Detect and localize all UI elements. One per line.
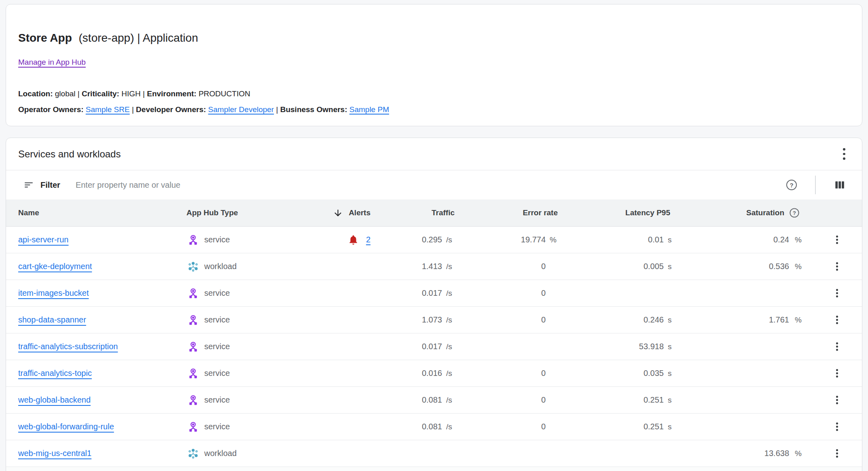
name-cell: shop-data-spanner	[18, 315, 186, 325]
developer-owner-link[interactable]: Sampler Developer	[208, 105, 274, 114]
error-rate-cell: 0	[459, 395, 563, 405]
latency-value: 0.251	[563, 395, 664, 405]
app-meta-line-1: Location: global | Criticality: HIGH | E…	[18, 88, 850, 100]
latency-cell: 0.251 s	[563, 395, 675, 405]
traffic-unit: /s	[442, 289, 459, 298]
column-header-app-hub-type[interactable]: App Hub Type	[186, 208, 308, 217]
table-row: web-global-backend service 0.081 /s 0 0.…	[6, 387, 862, 414]
error-rate-value: 0	[459, 369, 546, 378]
filter-help-button[interactable]: ?	[786, 179, 797, 191]
app-hub-type-cell: service	[186, 341, 308, 352]
name-cell: web-global-forwarding-rule	[18, 422, 186, 431]
latency-unit: s	[664, 396, 675, 405]
service-name-link[interactable]: item-images-bucket	[18, 289, 89, 297]
latency-value: 0.251	[563, 422, 664, 431]
table-row: web-global-forwarding-rule service 0.081…	[6, 414, 862, 440]
row-more-options-button[interactable]	[830, 365, 844, 382]
column-header-name[interactable]: Name	[18, 208, 186, 217]
manage-in-app-hub-link[interactable]: Manage in App Hub	[18, 57, 86, 68]
traffic-value: 0.016	[370, 369, 442, 378]
traffic-cell: 0.017 /s	[370, 289, 459, 298]
actions-cell	[805, 445, 850, 463]
column-header-alerts[interactable]: Alerts	[308, 208, 370, 218]
traffic-cell: 0.295 /s	[370, 235, 459, 244]
app-hub-type-cell: service	[186, 395, 308, 405]
error-rate-value: 0	[459, 315, 546, 325]
latency-value: 0.035	[563, 369, 664, 378]
saturation-cell: 13.638 %	[675, 449, 805, 458]
meta-separator: |	[132, 105, 134, 114]
name-cell: api-server-run	[18, 235, 186, 244]
column-header-saturation[interactable]: Saturation ?	[675, 208, 805, 218]
service-name-link[interactable]: traffic-analytics-topic	[18, 369, 92, 378]
row-more-options-button[interactable]	[830, 445, 844, 463]
row-more-options-button[interactable]	[830, 418, 844, 436]
latency-unit: s	[664, 342, 675, 351]
service-name-link[interactable]: web-global-forwarding-rule	[18, 422, 114, 431]
saturation-cell: 1.761 %	[675, 315, 805, 325]
table-header-row: Name App Hub Type Alerts Traffic Error r…	[6, 199, 862, 227]
environment-label: Environment:	[147, 89, 196, 98]
error-rate-unit: %	[546, 236, 563, 244]
app-hub-type-label: service	[204, 342, 230, 351]
traffic-value: 0.081	[370, 422, 442, 431]
app-name: Store App	[18, 32, 72, 44]
saturation-help-icon[interactable]: ?	[789, 208, 800, 218]
row-more-options-button[interactable]	[830, 391, 844, 409]
actions-cell	[805, 365, 850, 382]
service-name-link[interactable]: api-server-run	[18, 235, 68, 244]
row-more-options-button[interactable]	[830, 231, 844, 249]
columns-icon	[834, 179, 846, 191]
section-more-options-button[interactable]	[836, 145, 852, 163]
service-name-link[interactable]: traffic-analytics-subscription	[18, 342, 118, 351]
traffic-value: 1.413	[370, 262, 442, 271]
column-header-error-rate[interactable]: Error rate	[459, 208, 563, 217]
filter-input[interactable]	[76, 180, 786, 190]
saturation-unit: %	[789, 449, 805, 458]
error-rate-cell: 0	[459, 369, 563, 378]
actions-cell	[805, 258, 850, 276]
column-header-latency-p95[interactable]: Latency P95	[563, 208, 675, 217]
table-row: api-server-run service 2 0.295 /s 19.774…	[6, 227, 862, 253]
row-more-options-button[interactable]	[830, 311, 844, 329]
business-owner-link[interactable]: Sample PM	[349, 105, 389, 114]
traffic-value: 0.295	[370, 235, 442, 244]
column-display-options-button[interactable]	[834, 179, 846, 191]
actions-cell	[805, 338, 850, 356]
alert-count-link[interactable]: 2	[366, 235, 370, 244]
meta-separator: |	[143, 89, 145, 98]
alerts-cell: 2	[308, 234, 370, 245]
row-more-options-button[interactable]	[830, 338, 844, 356]
latency-cell: 0.246 s	[563, 315, 675, 325]
app-hub-type-cell: service	[186, 314, 308, 325]
app-hub-type-label: service	[204, 369, 230, 378]
table-footer	[6, 467, 862, 471]
app-overview-card: Store App (store-app) | Application Mana…	[6, 4, 862, 126]
name-cell: web-global-backend	[18, 395, 186, 405]
traffic-unit: /s	[442, 369, 459, 378]
criticality-value: HIGH	[121, 89, 141, 98]
app-hub-type-label: service	[204, 395, 230, 405]
table-row: traffic-analytics-subscription service 0…	[6, 333, 862, 360]
traffic-unit: /s	[442, 396, 459, 405]
row-more-options-button[interactable]	[830, 258, 844, 276]
latency-cell: 0.01 s	[563, 235, 675, 244]
service-name-link[interactable]: web-global-backend	[18, 395, 91, 404]
app-hub-type-label: workload	[204, 262, 237, 271]
app-hub-type-cell: service	[186, 368, 308, 379]
service-name-link[interactable]: web-mig-us-central1	[18, 449, 91, 458]
filter-button[interactable]: Filter	[18, 180, 76, 190]
traffic-value: 1.073	[370, 315, 442, 325]
operator-owner-link[interactable]: Sample SRE	[86, 105, 130, 114]
service-name-link[interactable]: shop-data-spanner	[18, 315, 86, 324]
actions-cell	[805, 284, 850, 302]
saturation-unit: %	[789, 262, 805, 271]
traffic-cell: 0.081 /s	[370, 395, 459, 405]
latency-value: 53.918	[563, 342, 664, 351]
section-header: Services and workloads	[6, 138, 862, 170]
column-header-traffic[interactable]: Traffic	[370, 208, 459, 217]
row-more-options-button[interactable]	[830, 284, 844, 302]
app-hub-type-cell: workload	[186, 261, 308, 272]
service-name-link[interactable]: cart-gke-deployment	[18, 262, 92, 271]
service-icon	[188, 288, 199, 299]
